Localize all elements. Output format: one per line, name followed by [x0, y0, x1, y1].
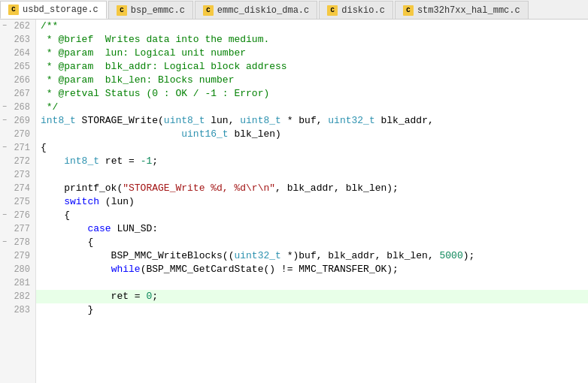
- code-line: uint16_t blk_len): [36, 128, 588, 141]
- line-number: 276: [9, 209, 32, 222]
- code-line: case LUN_SD:: [36, 222, 588, 236]
- fold-icon: [0, 35, 9, 44]
- fold-icon: [0, 265, 9, 274]
- line-number-row: 275: [0, 195, 35, 209]
- normal-token: LUN_SD:: [111, 222, 158, 236]
- line-number: 262: [9, 20, 32, 33]
- code-line: * @param blk_addr: Logical block address: [36, 60, 588, 74]
- normal-token: ret =: [41, 290, 146, 303]
- code-area: −262263264265266267−268−269270−271272273…: [0, 20, 588, 383]
- line-number-row: 270: [0, 128, 35, 141]
- tab-label: emmc_diskio_dma.c: [217, 5, 309, 16]
- normal-token: *)buf, blk_addr, blk_len,: [281, 249, 440, 263]
- keyword-token: while: [111, 263, 141, 276]
- line-number-row: 263: [0, 33, 35, 47]
- normal-token: ret =: [99, 155, 141, 168]
- fold-icon: [0, 225, 9, 234]
- normal-token: [41, 222, 87, 236]
- normal-token: (BSP_MMC_GetCardState() != MMC_TRANSFER_…: [141, 263, 399, 276]
- type-token: int8_t: [41, 114, 76, 128]
- fold-icon[interactable]: −: [0, 116, 9, 125]
- file-icon: C: [117, 5, 127, 16]
- comment-token: * @param blk_len: Blocks number: [41, 74, 234, 87]
- code-line: * @brief Writes data into the medium.: [36, 33, 588, 47]
- normal-token: {: [41, 141, 47, 155]
- comment-token: /**: [41, 20, 58, 33]
- line-number-row: 283: [0, 303, 35, 317]
- code-line: {: [36, 209, 588, 222]
- normal-token: STORAGE_Write(: [76, 114, 164, 128]
- type-token: int8_t: [64, 155, 99, 168]
- fold-icon[interactable]: −: [0, 103, 9, 112]
- tab-usbd_storage_c[interactable]: Cusbd_storage.c: [0, 1, 107, 19]
- normal-token: (lun): [99, 195, 135, 209]
- line-number-row: 280: [0, 263, 35, 276]
- line-number: 263: [9, 33, 32, 47]
- fold-icon[interactable]: −: [0, 22, 9, 31]
- line-number: 275: [9, 195, 32, 209]
- fold-icon: [0, 306, 9, 315]
- number-token: 5000: [440, 249, 463, 263]
- code-line: {: [36, 236, 588, 249]
- normal-token: {: [41, 236, 93, 249]
- code-line: printf_ok("STORAGE_Write %d, %d\r\n", bl…: [36, 182, 588, 195]
- normal-token: printf_ok(: [41, 182, 123, 195]
- fold-icon: [0, 279, 9, 288]
- normal-token: ;: [152, 155, 158, 168]
- line-number-row: 274: [0, 182, 35, 195]
- line-number-row: 267: [0, 87, 35, 101]
- line-number-row: −278: [0, 236, 35, 249]
- code-line: * @param blk_len: Blocks number: [36, 74, 588, 87]
- code-line: /**: [36, 20, 588, 33]
- fold-icon[interactable]: −: [0, 211, 9, 220]
- line-number: 266: [9, 74, 32, 87]
- line-number-row: −276: [0, 209, 35, 222]
- line-number-row: 273: [0, 168, 35, 182]
- file-icon: C: [327, 5, 338, 16]
- comment-token: * @brief Writes data into the medium.: [41, 33, 269, 47]
- comment-token: * @param lun: Logical unit number: [41, 47, 246, 60]
- fold-icon: [0, 76, 9, 85]
- code-line: [36, 276, 588, 290]
- line-number: 279: [9, 249, 32, 263]
- code-line: */: [36, 101, 588, 114]
- normal-token: blk_addr,: [375, 114, 434, 128]
- normal-token: BSP_MMC_WriteBlocks((: [41, 249, 234, 263]
- file-icon: C: [8, 5, 19, 15]
- line-number: 271: [9, 141, 32, 155]
- normal-token: [41, 263, 111, 276]
- line-number-row: −268: [0, 101, 35, 114]
- line-number: 264: [9, 47, 32, 60]
- line-number: 269: [9, 114, 32, 128]
- tab-stm32h7xx_hal_mmc_c[interactable]: Cstm32h7xx_hal_mmc.c: [395, 1, 529, 19]
- fold-icon[interactable]: −: [0, 238, 9, 247]
- fold-icon: [0, 198, 9, 207]
- tab-bsp_emmc_c[interactable]: Cbsp_emmc.c: [108, 1, 193, 19]
- normal-token: }: [41, 303, 93, 317]
- fold-icon: [0, 252, 9, 261]
- line-number: 278: [9, 236, 32, 249]
- code-line: * @param lun: Logical unit number: [36, 47, 588, 60]
- fold-icon: [0, 170, 9, 179]
- tab-emmc_diskio_dma_c[interactable]: Cemmc_diskio_dma.c: [195, 1, 317, 19]
- tab-label: usbd_storage.c: [23, 5, 99, 15]
- fold-icon[interactable]: −: [0, 143, 9, 152]
- line-number-row: 272: [0, 155, 35, 168]
- line-number: 280: [9, 263, 32, 276]
- line-number: 273: [9, 168, 32, 182]
- tab-diskio_c[interactable]: Cdiskio.c: [319, 1, 393, 19]
- fold-icon: [0, 292, 9, 301]
- tab-label: diskio.c: [341, 5, 385, 16]
- normal-token: [41, 195, 64, 209]
- file-icon: C: [203, 5, 214, 16]
- line-number: 267: [9, 87, 32, 101]
- code-line: BSP_MMC_WriteBlocks((uint32_t *)buf, blk…: [36, 249, 588, 263]
- line-number-row: −269: [0, 114, 35, 128]
- comment-token: * @param blk_addr: Logical block address: [41, 60, 287, 74]
- code-line: int8_t STORAGE_Write(uint8_t lun, uint8_…: [36, 114, 588, 128]
- code-line: {: [36, 141, 588, 155]
- line-number-row: −262: [0, 20, 35, 33]
- line-number: 272: [9, 155, 32, 168]
- line-number-row: 277: [0, 222, 35, 236]
- number-token: 0: [146, 290, 152, 303]
